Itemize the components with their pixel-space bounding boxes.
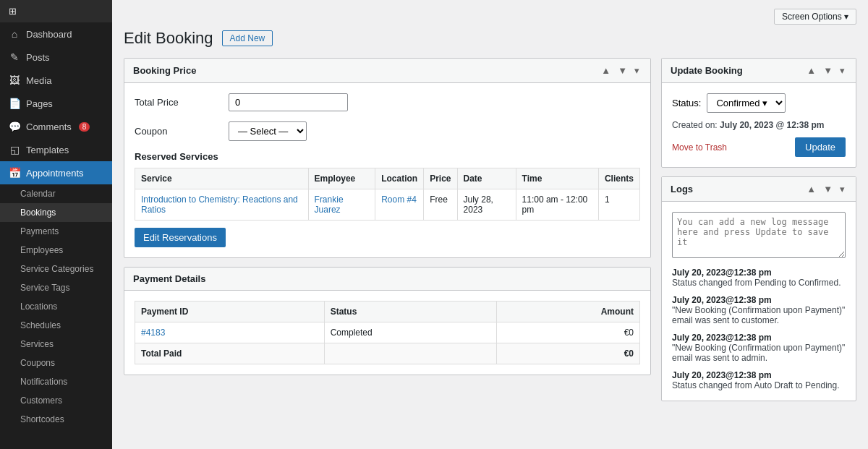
location-link[interactable]: Room #4 [381,194,417,205]
status-select[interactable]: Confirmed ▾ Pending Cancelled Rejected [707,93,786,113]
employee-link[interactable]: Frankie Juarez [315,194,344,215]
total-price-row: Total Price [135,93,640,111]
page-title: Edit Booking [124,29,213,48]
payment-id-link[interactable]: #4183 [141,328,165,338]
td-time: 11:00 am - 12:00 pm [516,189,598,221]
sidebar-sub-service-tags[interactable]: Service Tags [0,278,112,297]
top-bar: Screen Options ▾ [124,9,856,25]
log-message-2: "New Booking (Confirmation upon Payment)… [672,305,845,325]
sidebar-sub-schedules[interactable]: Schedules [0,316,112,335]
log-entry-3: July 20, 2023@12:38 pm "New Booking (Con… [672,333,846,363]
panel-controls: ▲ ▼ ▾ [599,64,642,77]
created-on-value: July 20, 2023 @ 12:38 pm [720,120,824,130]
sidebar-item-label: Templates [26,145,69,155]
th-time: Time [516,168,598,189]
add-new-button[interactable]: Add New [222,30,273,46]
sidebar-item-label: Pages [26,98,53,109]
update-booking-title: Update Booking [671,65,743,76]
move-to-trash-link[interactable]: Move to Trash [672,142,727,153]
update-button[interactable]: Update [795,137,846,157]
sidebar-item-label: Appointments [26,168,84,179]
logs-panel-down-icon[interactable]: ▼ [821,183,835,195]
td-price: Free [424,189,457,221]
screen-options-button[interactable]: Screen Options ▾ [774,9,856,25]
update-booking-header: Update Booking ▲ ▼ ▾ [662,59,856,83]
sidebar-logo: ⊞ [0,0,112,22]
sidebar-sub-employees[interactable]: Employees [0,241,112,260]
appointments-icon: 📅 [9,167,20,179]
sidebar-sub-label: Service Tags [20,283,69,293]
th-amount: Amount [496,302,639,322]
log-message-4: Status changed from Auto Draft to Pendin… [672,380,839,390]
status-label: Status: [672,98,701,108]
left-column: Booking Price ▲ ▼ ▾ Total Price [124,58,651,401]
right-column: Update Booking ▲ ▼ ▾ Status: Confirmed ▾… [661,58,856,401]
td-clients: 1 [598,189,639,221]
sidebar-sub-payments[interactable]: Payments [0,222,112,241]
total-price-input[interactable] [229,93,348,111]
media-icon: 🖼 [9,74,20,86]
sidebar-item-label: Posts [26,52,50,63]
reserved-services-table: Service Employee Location Price Date Tim… [135,168,640,221]
total-paid-empty [324,343,496,364]
sidebar-sub-locations[interactable]: Locations [0,297,112,316]
sidebar-sub-label: Shortcodes [20,414,64,424]
log-entry-2: July 20, 2023@12:38 pm "New Booking (Con… [672,295,846,325]
th-service: Service [135,168,309,189]
sidebar-item-pages[interactable]: 📄 Pages [0,92,112,115]
log-message-textarea[interactable] [672,212,846,258]
logs-panel-close-icon[interactable]: ▾ [838,183,847,195]
sidebar-sub-label: Coupons [20,358,55,368]
update-booking-panel: Update Booking ▲ ▼ ▾ Status: Confirmed ▾… [661,58,856,168]
comments-badge: 8 [79,122,90,132]
wp-logo-icon: ⊞ [9,6,17,17]
sidebar-item-comments[interactable]: 💬 Comments 8 [0,115,112,138]
posts-icon: ✎ [9,51,20,63]
total-paid-row: Total Paid €0 [135,343,640,364]
panel-collapse-down-icon[interactable]: ▼ [616,64,629,77]
sidebar-item-templates[interactable]: ◱ Templates [0,138,112,161]
payment-details-header: Payment Details [124,268,650,291]
edit-reservations-button[interactable]: Edit Reservations [135,228,226,247]
sidebar-sub-shortcodes[interactable]: Shortcodes [0,410,112,429]
panel-close-icon[interactable]: ▾ [632,64,642,77]
th-date: Date [457,168,516,189]
sidebar-sub-notifications[interactable]: Notifications [0,372,112,391]
td-date: July 28, 2023 [457,189,516,221]
main-content: Screen Options ▾ Edit Booking Add New Bo… [112,0,868,449]
payment-details-body: Payment ID Status Amount #4183 Completed… [124,291,650,375]
sidebar-sub-customers[interactable]: Customers [0,391,112,410]
logs-panel-up-icon[interactable]: ▲ [804,183,818,195]
panel-collapse-up-icon[interactable]: ▲ [599,64,613,77]
reserved-services-section: Reserved Services Service Employee Locat… [135,151,640,247]
payment-table: Payment ID Status Amount #4183 Completed… [135,301,640,364]
sidebar-item-label: Dashboard [26,29,72,40]
payment-details-panel: Payment Details Payment ID Status Amount [124,267,651,375]
td-service: Introduction to Chemistry: Reactions and… [135,189,309,221]
log-entries: July 20, 2023@12:38 pm Status changed fr… [672,268,846,390]
sidebar-item-posts[interactable]: ✎ Posts [0,46,112,69]
log-message-3: "New Booking (Confirmation upon Payment)… [672,343,845,363]
sidebar-item-media[interactable]: 🖼 Media [0,69,112,92]
update-panel-down-icon[interactable]: ▼ [821,64,835,77]
page-header: Edit Booking Add New [124,29,856,48]
sidebar-item-appointments[interactable]: 📅 Appointments [0,161,112,184]
sidebar-sub-coupons[interactable]: Coupons [0,354,112,372]
logs-body: July 20, 2023@12:38 pm Status changed fr… [662,202,856,401]
sidebar-sub-label: Notifications [20,377,67,387]
th-status: Status [324,302,496,322]
sidebar-sub-label: Calendar [20,189,56,199]
sidebar-sub-services[interactable]: Services [0,335,112,354]
coupon-select[interactable]: — Select — [229,121,307,141]
update-panel-close-icon[interactable]: ▾ [838,64,847,77]
sidebar-sub-service-categories[interactable]: Service Categories [0,260,112,278]
sidebar-item-dashboard[interactable]: ⌂ Dashboard [0,22,112,46]
sidebar-sub-bookings[interactable]: Bookings [0,203,112,222]
update-actions: Move to Trash Update [672,137,846,157]
sidebar-sub-calendar[interactable]: Calendar [0,184,112,203]
total-paid-amount: €0 [496,343,639,364]
log-message-1: Status changed from Pending to Confirmed… [672,278,841,288]
td-payment-amount: €0 [496,322,639,343]
service-link[interactable]: Introduction to Chemistry: Reactions and… [141,194,298,215]
update-panel-up-icon[interactable]: ▲ [804,64,818,77]
